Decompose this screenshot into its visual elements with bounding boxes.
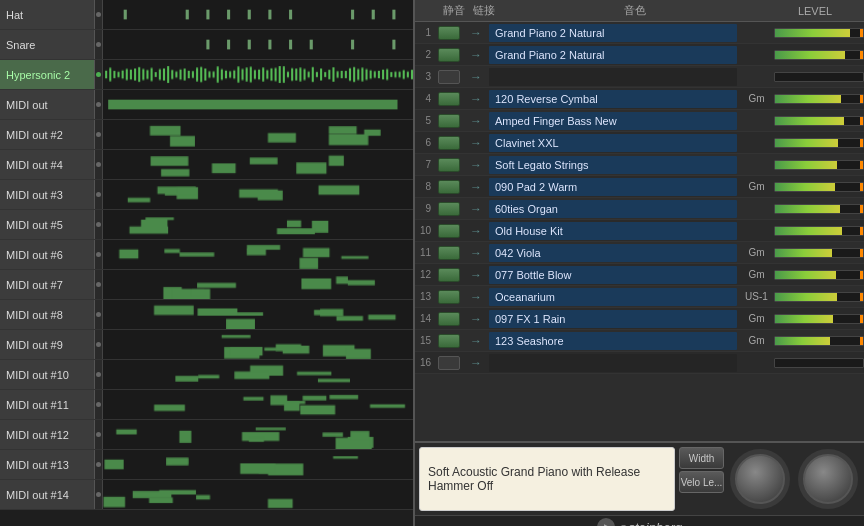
channel-mute-button[interactable] (435, 312, 463, 326)
track-name-label[interactable]: MIDI out #14 (0, 480, 95, 509)
track-name-label[interactable]: MIDI out #4 (0, 150, 95, 179)
channel-mute-button[interactable] (435, 180, 463, 194)
track-row[interactable]: MIDI out #4 (0, 150, 413, 180)
channel-instrument-name[interactable]: 60ties Organ (489, 200, 737, 218)
track-mute-control[interactable] (95, 90, 103, 119)
track-name-label[interactable]: MIDI out #8 (0, 300, 95, 329)
channel-route-arrow[interactable]: → (463, 70, 489, 84)
track-name-label[interactable]: MIDI out #2 (0, 120, 95, 149)
track-name-label[interactable]: MIDI out #9 (0, 330, 95, 359)
track-row[interactable]: MIDI out #9 (0, 330, 413, 360)
channel-mute-button[interactable] (435, 202, 463, 216)
channel-instrument-name[interactable]: Soft Legato Strings (489, 156, 737, 174)
track-row[interactable]: MIDI out #12 (0, 420, 413, 450)
track-name-label[interactable]: MIDI out #13 (0, 450, 95, 479)
channel-mute-button[interactable] (435, 246, 463, 260)
channel-row[interactable]: 16→ (415, 352, 864, 374)
track-name-label[interactable]: Hat (0, 0, 95, 29)
channel-instrument-name[interactable]: 090 Pad 2 Warm (489, 178, 737, 196)
channel-route-arrow[interactable]: → (463, 290, 489, 304)
channel-row[interactable]: 2→Grand Piano 2 Natural (415, 44, 864, 66)
channel-instrument-name[interactable]: Clavinet XXL (489, 134, 737, 152)
channel-route-arrow[interactable]: → (463, 312, 489, 326)
channel-route-arrow[interactable]: → (463, 158, 489, 172)
channel-route-arrow[interactable]: → (463, 334, 489, 348)
track-row[interactable]: Hypersonic 2 (0, 60, 413, 90)
channel-mute-button[interactable] (435, 114, 463, 128)
channel-route-arrow[interactable]: → (463, 26, 489, 40)
channel-instrument-name[interactable]: Amped Finger Bass New (489, 112, 737, 130)
channel-row[interactable]: 13→OceanariumUS-1 (415, 286, 864, 308)
track-mute-control[interactable] (95, 240, 103, 269)
play-icon[interactable]: ▶ (597, 518, 615, 526)
track-mute-control[interactable] (95, 300, 103, 329)
channel-route-arrow[interactable]: → (463, 48, 489, 62)
channel-row[interactable]: 10→Old House Kit (415, 220, 864, 242)
track-name-label[interactable]: MIDI out #5 (0, 210, 95, 239)
track-row[interactable]: MIDI out #2 (0, 120, 413, 150)
velo-button[interactable]: Velo Le... (679, 471, 724, 493)
track-row[interactable]: MIDI out #6 (0, 240, 413, 270)
track-row[interactable]: MIDI out #10 (0, 360, 413, 390)
track-row[interactable]: MIDI out #3 (0, 180, 413, 210)
channel-mute-button[interactable] (435, 290, 463, 304)
channel-instrument-name[interactable] (489, 68, 737, 86)
channel-route-arrow[interactable]: → (463, 136, 489, 150)
track-row[interactable]: MIDI out #8 (0, 300, 413, 330)
track-mute-control[interactable] (95, 120, 103, 149)
track-name-label[interactable]: MIDI out #12 (0, 420, 95, 449)
channel-instrument-name[interactable]: 077 Bottle Blow (489, 266, 737, 284)
track-row[interactable]: MIDI out #13 (0, 450, 413, 480)
channel-row[interactable]: 7→Soft Legato Strings (415, 154, 864, 176)
track-mute-control[interactable] (95, 270, 103, 299)
track-name-label[interactable]: Snare (0, 30, 95, 59)
channel-route-arrow[interactable]: → (463, 224, 489, 238)
channel-mute-button[interactable] (435, 136, 463, 150)
channel-row[interactable]: 14→097 FX 1 RainGm (415, 308, 864, 330)
channel-route-arrow[interactable]: → (463, 268, 489, 282)
channel-mute-button[interactable] (435, 26, 463, 40)
channel-instrument-name[interactable]: Old House Kit (489, 222, 737, 240)
track-name-label[interactable]: MIDI out #10 (0, 360, 95, 389)
track-mute-control[interactable] (95, 420, 103, 449)
channel-route-arrow[interactable]: → (463, 180, 489, 194)
track-name-label[interactable]: MIDI out (0, 90, 95, 119)
track-mute-control[interactable] (95, 360, 103, 389)
track-name-label[interactable]: MIDI out #6 (0, 240, 95, 269)
track-mute-control[interactable] (95, 210, 103, 239)
channel-instrument-name[interactable]: Grand Piano 2 Natural (489, 46, 737, 64)
channel-row[interactable]: 9→60ties Organ (415, 198, 864, 220)
channel-row[interactable]: 8→090 Pad 2 WarmGm (415, 176, 864, 198)
track-mute-control[interactable] (95, 480, 103, 509)
channel-row[interactable]: 11→042 ViolaGm (415, 242, 864, 264)
track-mute-control[interactable] (95, 330, 103, 359)
track-mute-control[interactable] (95, 450, 103, 479)
channel-mute-button[interactable] (435, 92, 463, 106)
channel-route-arrow[interactable]: → (463, 356, 489, 370)
channel-instrument-name[interactable]: 097 FX 1 Rain (489, 310, 737, 328)
channel-instrument-name[interactable]: 042 Viola (489, 244, 737, 262)
channel-mute-button[interactable] (435, 224, 463, 238)
channel-row[interactable]: 6→Clavinet XXL (415, 132, 864, 154)
channel-route-arrow[interactable]: → (463, 114, 489, 128)
channel-mute-button[interactable] (435, 356, 463, 370)
channel-instrument-name[interactable]: Grand Piano 2 Natural (489, 24, 737, 42)
track-name-label[interactable]: Hypersonic 2 (0, 60, 95, 89)
channel-mute-button[interactable] (435, 70, 463, 84)
track-name-label[interactable]: MIDI out #3 (0, 180, 95, 209)
track-name-label[interactable]: MIDI out #11 (0, 390, 95, 419)
channel-instrument-name[interactable]: Oceanarium (489, 288, 737, 306)
channel-row[interactable]: 5→Amped Finger Bass New (415, 110, 864, 132)
channel-row[interactable]: 12→077 Bottle BlowGm (415, 264, 864, 286)
track-name-label[interactable]: MIDI out #7 (0, 270, 95, 299)
channel-route-arrow[interactable]: → (463, 202, 489, 216)
channel-instrument-name[interactable] (489, 354, 737, 372)
track-row[interactable]: MIDI out #14 (0, 480, 413, 510)
channel-route-arrow[interactable]: → (463, 246, 489, 260)
track-mute-control[interactable] (95, 60, 103, 89)
channel-row[interactable]: 3→ (415, 66, 864, 88)
channel-mute-button[interactable] (435, 334, 463, 348)
channel-mute-button[interactable] (435, 268, 463, 282)
width-button[interactable]: Width (679, 447, 724, 469)
track-row[interactable]: MIDI out #7 (0, 270, 413, 300)
